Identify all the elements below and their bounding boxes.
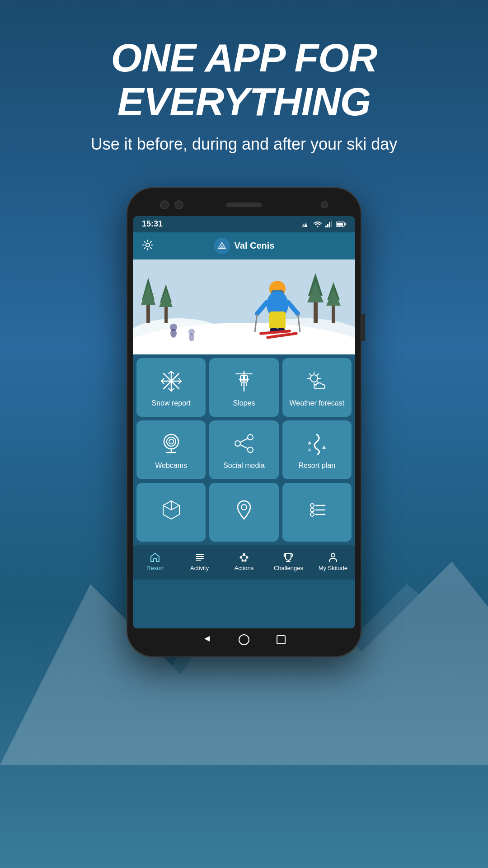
signal-bars-icon [325,221,333,227]
menu-item-webcams[interactable]: Webcams [136,420,206,479]
actions-nav-label: Actions [235,565,254,571]
svg-point-76 [167,437,176,446]
svg-point-81 [235,441,240,446]
slopes-label: Slopes [233,399,255,407]
app-logo-area: Val Cenis [154,238,334,254]
front-camera [321,201,328,208]
svg-point-67 [310,375,318,382]
svg-point-80 [248,434,253,440]
svg-marker-86 [322,445,326,449]
svg-point-107 [244,560,247,562]
checklist-icon [305,498,328,522]
cube-icon [160,498,183,522]
menu-item-location[interactable] [209,483,278,542]
status-bar: 15:31 [133,216,355,232]
svg-point-12 [146,243,150,247]
main-title: ONE APP FOR EVERYTHING [0,36,488,124]
hero-ski-scene [133,259,355,354]
resort-logo-icon [216,241,227,251]
home-icon [150,552,160,563]
svg-marker-85 [308,441,311,444]
weather-icon [305,369,328,393]
svg-point-104 [240,557,242,559]
svg-rect-11 [345,223,346,225]
menu-item-resort-plan[interactable]: Resort plan [282,420,352,479]
phone-top-bar [133,193,355,216]
svg-marker-3 [302,223,305,227]
menu-item-weather[interactable]: Weather forecast [282,358,352,417]
challenges-nav-label: Challenges [274,565,303,571]
settings-button[interactable] [142,239,154,253]
svg-point-4 [317,226,319,227]
nav-activity[interactable]: Activity [177,552,221,571]
svg-line-108 [241,556,244,557]
status-time: 15:31 [142,219,163,229]
activity-icon [194,552,205,563]
webcam-icon [160,432,183,455]
camera-lens-2 [174,200,183,209]
svg-point-63 [243,376,245,379]
svg-rect-6 [327,224,328,227]
menu-item-slopes[interactable]: Slopes [209,358,278,417]
nav-my-skitude[interactable]: My Skitude [311,552,355,571]
side-button [361,314,365,341]
svg-point-77 [169,439,174,444]
social-media-label: Social media [223,462,265,470]
svg-point-103 [243,553,245,556]
recent-apps-button[interactable] [277,635,286,644]
svg-point-116 [331,553,335,557]
nav-resort[interactable]: Resort [133,552,177,571]
actions-icon [239,552,249,563]
phone-bottom-bar [133,628,355,651]
phone-speaker [226,203,262,207]
location-pin-icon [232,498,256,522]
menu-item-social[interactable]: Social media [209,420,278,479]
camera-lens-1 [160,200,169,209]
hero-image [133,259,355,354]
header-section: ONE APP FOR EVERYTHING Use it before, du… [0,0,488,174]
svg-point-95 [310,508,314,512]
svg-rect-8 [331,221,332,227]
resort-nav-label: Resort [146,565,164,571]
wifi-icon [314,221,322,227]
app-header: Val Cenis [133,232,355,259]
back-button[interactable] [202,634,211,645]
menu-item-snow-report[interactable]: Snow report [136,358,206,417]
nav-actions[interactable]: Actions [222,552,266,571]
svg-line-74 [318,374,319,375]
home-button[interactable] [239,634,249,645]
weather-forecast-label: Weather forecast [290,399,345,407]
menu-grid: Snow report [133,354,355,545]
my-skitude-nav-label: My Skitude [319,565,347,571]
snowflake-icon [160,369,183,393]
webcams-label: Webcams [155,462,187,470]
front-cameras [160,200,183,209]
subtitle: Use it before, during and after your ski… [0,133,488,156]
share-icon [232,432,256,455]
chairlift-icon [232,369,256,393]
nav-challenges[interactable]: Challenges [266,552,310,571]
phone-screen: 15:31 [133,216,355,628]
snow-report-label: Snow report [152,399,191,407]
bottom-nav: Resort Activity [133,545,355,580]
resort-plan-icon [305,432,328,455]
svg-point-75 [164,434,178,449]
phone-mockup: 15:31 [0,187,488,657]
svg-point-46 [189,333,194,341]
svg-rect-34 [269,311,286,330]
signal-icon [302,221,310,228]
app-logo [214,238,230,254]
svg-line-84 [240,445,248,448]
svg-point-92 [241,505,247,510]
status-icons [302,221,346,228]
svg-point-44 [170,329,177,338]
svg-point-82 [248,447,253,453]
menu-item-box[interactable] [136,483,206,542]
svg-line-83 [240,439,248,442]
svg-rect-7 [329,222,330,227]
menu-item-checklist[interactable] [282,483,352,542]
person-icon [328,552,338,563]
svg-line-110 [241,559,243,560]
svg-line-91 [163,505,171,510]
svg-rect-10 [337,223,343,226]
